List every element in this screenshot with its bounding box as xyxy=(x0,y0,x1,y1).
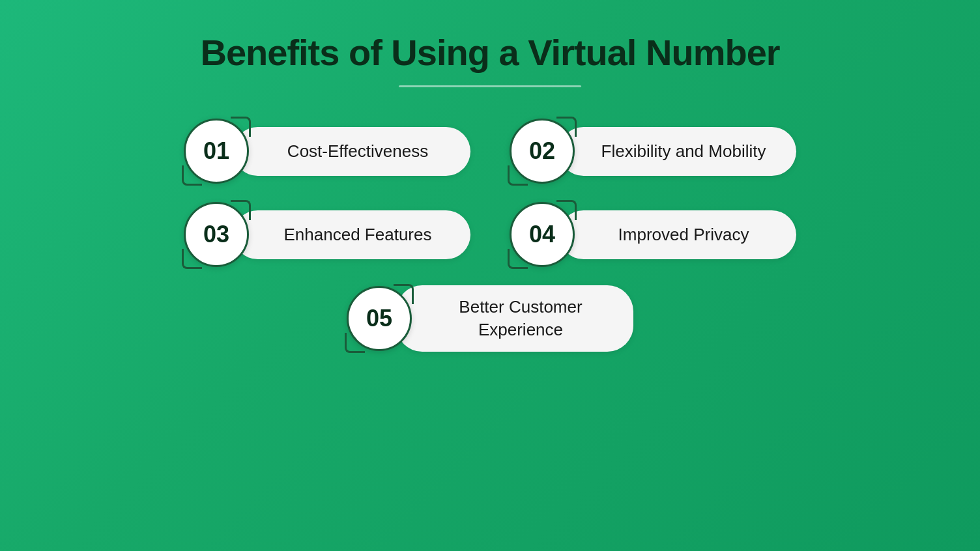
row-3: 05 Better CustomerExperience xyxy=(65,285,915,352)
card-label-02: Flexibility and Mobility xyxy=(559,127,796,176)
number-badge-05: 05 xyxy=(347,286,412,351)
row-1: 01 Cost-Effectiveness 02 Flexibility and… xyxy=(65,119,915,184)
card-label-03: Enhanced Features xyxy=(233,210,470,259)
card-04: 04 Improved Privacy xyxy=(510,202,796,267)
page-title: Benefits of Using a Virtual Number xyxy=(200,31,779,74)
card-05: 05 Better CustomerExperience xyxy=(347,285,633,352)
card-02: 02 Flexibility and Mobility xyxy=(510,119,796,184)
number-badge-01: 01 xyxy=(184,119,249,184)
card-label-01: Cost-Effectiveness xyxy=(233,127,470,176)
card-03: 03 Enhanced Features xyxy=(184,202,470,267)
row-2: 03 Enhanced Features 04 Improved Privacy xyxy=(65,202,915,267)
number-badge-02: 02 xyxy=(510,119,575,184)
card-label-05: Better CustomerExperience xyxy=(396,285,633,352)
title-divider xyxy=(399,85,581,87)
number-badge-04: 04 xyxy=(510,202,575,267)
card-label-04: Improved Privacy xyxy=(559,210,796,259)
title-section: Benefits of Using a Virtual Number xyxy=(200,0,779,94)
cards-container: 01 Cost-Effectiveness 02 Flexibility and… xyxy=(0,119,980,352)
card-01: 01 Cost-Effectiveness xyxy=(184,119,470,184)
number-badge-03: 03 xyxy=(184,202,249,267)
